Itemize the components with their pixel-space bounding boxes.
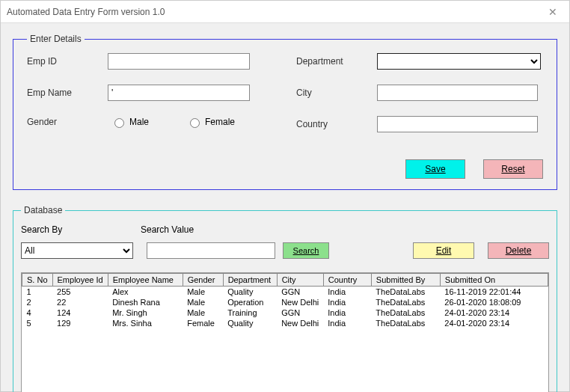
cell-sno: 5 [22,318,53,328]
close-icon[interactable]: ✕ [542,4,563,19]
cell-city: New Delhi [277,297,323,307]
gender-male-option[interactable]: Male [111,116,149,128]
cell-gender: Male [183,307,223,318]
department-select[interactable] [377,53,541,70]
col-empname[interactable]: Employee Name [108,274,183,287]
cell-submittedon: 24-01-2020 23:14 [440,307,548,318]
cell-country: India [323,307,371,318]
cell-sno: 1 [22,287,53,298]
table-header-row: S. No Employee Id Employee Name Gender D… [22,274,548,287]
table-row[interactable]: 1255AlexMaleQualityGGNIndiaTheDataLabs16… [22,287,548,298]
cell-city: GGN [277,307,323,318]
cell-submittedby: TheDataLabs [371,318,440,328]
cell-gender: Male [183,297,223,307]
cell-empname: Dinesh Rana [108,297,183,307]
col-sno[interactable]: S. No [22,274,53,287]
cell-department: Operation [223,297,277,307]
reset-button[interactable]: Reset [483,159,543,179]
delete-button[interactable]: Delete [488,242,549,259]
empid-label: Emp ID [27,56,94,67]
col-country[interactable]: Country [323,274,371,287]
cell-empid: 129 [52,318,108,328]
cell-gender: Male [183,287,223,298]
empid-input[interactable] [108,53,250,70]
cell-submittedby: TheDataLabs [371,297,440,307]
col-submittedby[interactable]: Submitted By [371,274,440,287]
country-label: Country [296,119,364,129]
cell-department: Quality [223,287,277,298]
search-button[interactable]: Search [283,242,329,259]
cell-submittedby: TheDataLabs [371,307,440,318]
enter-details-legend: Enter Details [27,34,85,44]
cell-gender: Female [183,318,223,328]
table-row[interactable]: 5129Mrs. SinhaFemaleQualityNew DelhiIndi… [22,318,548,328]
cell-city: GGN [277,287,323,298]
cell-submittedon: 26-01-2020 18:08:09 [440,297,548,307]
col-department[interactable]: Department [223,274,277,287]
save-button[interactable]: Save [405,159,465,179]
table-row[interactable]: 222Dinesh RanaMaleOperationNew DelhiIndi… [22,297,548,307]
database-legend: Database [21,205,65,215]
col-gender[interactable]: Gender [183,274,223,287]
gender-male-label: Male [129,117,149,127]
cell-department: Training [223,307,277,318]
window: Automated Data Entry Form version 1.0 ✕ … [0,0,570,392]
city-label: City [296,88,364,98]
titlebar: Automated Data Entry Form version 1.0 ✕ [1,1,569,23]
cell-submittedon: 24-01-2020 23:14 [440,318,548,328]
cell-empname: Alex [108,287,183,298]
cell-empid: 255 [52,287,108,298]
gender-female-option[interactable]: Female [186,116,235,128]
cell-submittedon: 16-11-2019 22:01:44 [440,287,548,298]
empname-input[interactable] [108,85,250,101]
col-empid[interactable]: Employee Id [52,274,108,287]
table-row[interactable]: 4124Mr. SinghMaleTrainingGGNIndiaTheData… [22,307,548,318]
cell-city: New Delhi [277,318,323,328]
cell-empid: 124 [52,307,108,318]
searchvalue-label: Search Value [141,224,194,235]
searchby-label: Search By [21,224,141,235]
cell-empid: 22 [52,297,108,307]
cell-empname: Mrs. Sinha [108,318,183,328]
searchvalue-input[interactable] [147,242,275,259]
gender-male-radio[interactable] [114,118,124,128]
database-group: Database Search By Search Value All Sear… [13,205,557,392]
col-submittedon[interactable]: Submitted On [440,274,548,287]
enter-details-group: Enter Details Emp ID Emp Name Gender Mal [13,34,557,190]
searchby-select[interactable]: All [21,242,133,259]
window-title: Automated Data Entry Form version 1.0 [7,7,542,17]
gender-female-radio[interactable] [190,118,200,128]
cell-department: Quality [223,318,277,328]
department-label: Department [296,56,364,67]
cell-country: India [323,297,371,307]
col-city[interactable]: City [277,274,323,287]
gender-female-label: Female [205,117,235,127]
gender-label: Gender [27,117,94,127]
cell-country: India [323,287,371,298]
cell-empname: Mr. Singh [108,307,183,318]
cell-sno: 4 [22,307,53,318]
data-grid[interactable]: S. No Employee Id Employee Name Gender D… [21,272,549,392]
content: Enter Details Emp ID Emp Name Gender Mal [1,23,569,392]
cell-country: India [323,318,371,328]
cell-submittedby: TheDataLabs [371,287,440,298]
city-input[interactable] [377,85,538,101]
edit-button[interactable]: Edit [413,242,474,259]
cell-sno: 2 [22,297,53,307]
country-input[interactable] [377,116,538,132]
empname-label: Emp Name [27,88,94,98]
